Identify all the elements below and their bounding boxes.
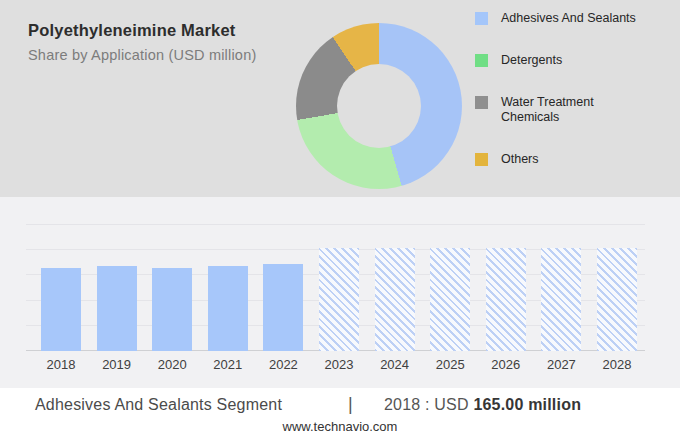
x-tick-label: 2019 xyxy=(89,357,145,372)
legend-label: Detergents xyxy=(501,53,562,68)
forecast-bar-2024 xyxy=(375,248,415,351)
x-tick-label: 2025 xyxy=(422,357,478,372)
legend-label: Water Treatment Chemicals xyxy=(501,95,641,125)
x-tick-label: 2024 xyxy=(367,357,423,372)
bar-2020 xyxy=(152,268,192,351)
legend-item: Water Treatment Chemicals xyxy=(475,95,660,125)
donut-chart xyxy=(296,23,462,189)
legend-item: Others xyxy=(475,152,660,167)
x-tick-label: 2026 xyxy=(478,357,534,372)
legend-item: Detergents xyxy=(475,53,660,68)
bar-2019 xyxy=(97,266,137,351)
x-tick-label: 2020 xyxy=(144,357,200,372)
forecast-bar-2026 xyxy=(486,248,526,351)
legend-label: Adhesives And Sealants xyxy=(501,11,636,26)
legend-label: Others xyxy=(501,152,539,167)
website-link[interactable]: www.technavio.com xyxy=(0,419,680,434)
x-tick-label: 2027 xyxy=(533,357,589,372)
stat-prefix: 2018 : USD xyxy=(384,396,469,413)
bar-2022 xyxy=(263,264,303,351)
x-tick-label: 2028 xyxy=(589,357,645,372)
bar-2018 xyxy=(41,268,81,351)
stat-value: 165.00 million xyxy=(473,396,581,413)
bar-chart-section: 2018201920202021202220232024202520262027… xyxy=(0,197,680,388)
legend-item: Adhesives And Sealants xyxy=(475,11,660,26)
infographic: Polyethyleneimine Market Share by Applic… xyxy=(0,0,680,440)
legend: Adhesives And SealantsDetergentsWater Tr… xyxy=(475,11,660,194)
page-title: Polyethyleneimine Market xyxy=(28,21,256,40)
x-axis-labels: 2018201920202021202220232024202520262027… xyxy=(26,357,645,375)
x-tick-label: 2021 xyxy=(200,357,256,372)
gridline xyxy=(26,224,645,225)
segment-label: Adhesives And Sealants Segment xyxy=(35,396,282,414)
x-tick-label: 2023 xyxy=(311,357,367,372)
forecast-bar-2025 xyxy=(430,248,470,351)
x-tick-label: 2018 xyxy=(33,357,89,372)
title-block: Polyethyleneimine Market Share by Applic… xyxy=(28,21,256,63)
x-tick-label: 2022 xyxy=(255,357,311,372)
legend-swatch-icon xyxy=(475,12,488,25)
forecast-bar-2028 xyxy=(597,248,637,351)
header-section: Polyethyleneimine Market Share by Applic… xyxy=(0,0,680,197)
forecast-bar-2023 xyxy=(319,248,359,351)
legend-swatch-icon xyxy=(475,96,488,109)
legend-swatch-icon xyxy=(475,54,488,67)
bar-chart-plot xyxy=(26,225,645,351)
segment-stat: 2018 : USD 165.00 million xyxy=(384,396,581,414)
bar-2021 xyxy=(208,266,248,351)
footer-section: Adhesives And Sealants Segment | 2018 : … xyxy=(0,388,680,440)
footer-divider: | xyxy=(348,394,353,415)
legend-swatch-icon xyxy=(475,153,488,166)
forecast-bar-2027 xyxy=(541,248,581,351)
page-subtitle: Share by Application (USD million) xyxy=(28,47,256,63)
donut-hole xyxy=(337,64,421,148)
